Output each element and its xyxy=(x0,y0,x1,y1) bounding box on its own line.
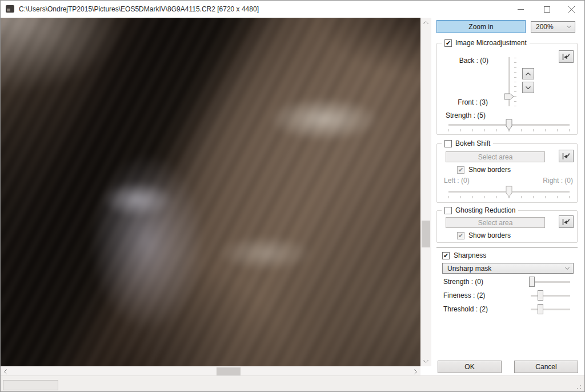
back-value-label: Back : (0) xyxy=(437,57,488,65)
sharpness-threshold-label: Threshold : (2) xyxy=(443,305,488,313)
maximize-icon xyxy=(544,6,550,13)
chevron-down-icon xyxy=(567,26,571,29)
sharpness-threshold-thumb[interactable] xyxy=(538,304,543,314)
zoom-level-select[interactable]: 200% xyxy=(531,21,575,33)
photo-bark-texture xyxy=(1,18,420,366)
chevron-right-icon xyxy=(414,369,417,374)
resize-grip[interactable] xyxy=(574,382,583,391)
ok-label: OK xyxy=(464,363,474,371)
select-area-label: Select area xyxy=(478,219,513,227)
ghosting-reduction-group: Ghosting Reduction Select area ✔ Show bo… xyxy=(436,210,578,243)
front-value-label: Front : (3) xyxy=(437,98,488,106)
dual-pixel-raw-optimizer-window: C:\Users\OndrejTP2015\Pictures\EOS5DMark… xyxy=(0,0,585,392)
image-microadjustment-group: ✔ Image Microadjustment Back : (0) xyxy=(436,43,578,135)
sharpness-fineness-slider[interactable] xyxy=(531,295,570,297)
chevron-down-icon xyxy=(526,86,531,89)
front-back-slider-thumb[interactable] xyxy=(504,93,514,100)
maximize-button[interactable] xyxy=(537,1,556,18)
microadjustment-strength-thumb[interactable] xyxy=(506,119,512,130)
adjust-up-button[interactable] xyxy=(522,68,534,79)
adjustment-panel: Zoom in 200% ✔ Image Microadjustment Bac… xyxy=(431,18,585,375)
chevron-up-icon xyxy=(423,21,428,24)
bokeh-show-borders-label: Show borders xyxy=(468,166,511,174)
vertical-scrollbar[interactable] xyxy=(420,18,431,366)
reset-icon xyxy=(562,153,571,160)
ghosting-show-borders-label: Show borders xyxy=(468,231,511,239)
scroll-down-button[interactable] xyxy=(420,357,431,366)
ghosting-reduction-label: Ghosting Reduction xyxy=(455,206,515,214)
adjust-down-button[interactable] xyxy=(522,82,534,93)
chevron-down-icon xyxy=(423,360,428,363)
zoom-level-value: 200% xyxy=(536,23,554,31)
app-icon xyxy=(6,5,14,13)
sharpness-label: Sharpness xyxy=(454,251,486,259)
reset-icon xyxy=(562,218,571,226)
close-icon xyxy=(568,6,575,13)
bokeh-reset-button[interactable] xyxy=(559,150,574,162)
close-button[interactable] xyxy=(562,1,581,18)
titlebar: C:\Users\OndrejTP2015\Pictures\EOS5DMark… xyxy=(1,1,584,18)
status-bar xyxy=(1,375,584,392)
ghosting-reset-button[interactable] xyxy=(559,215,574,228)
sharpness-strength-label: Strength : (0) xyxy=(443,278,483,286)
bokeh-shift-group: Bokeh Shift Select area ✔ Show borders L… xyxy=(436,143,578,203)
chevron-down-icon xyxy=(565,267,570,270)
bokeh-right-label: Right : (0) xyxy=(543,177,573,185)
sharpness-fineness-label: Fineness : (2) xyxy=(443,291,485,299)
ghosting-show-borders-checkbox[interactable]: ✔ xyxy=(457,232,464,239)
ghosting-reduction-checkbox[interactable] xyxy=(444,207,452,214)
bokeh-shift-thumb[interactable] xyxy=(506,186,512,197)
chevron-up-icon xyxy=(526,73,531,75)
scroll-up-button[interactable] xyxy=(420,18,431,27)
strength-value-label: Strength : (5) xyxy=(446,111,486,119)
ghosting-select-area-button[interactable]: Select area xyxy=(446,217,545,228)
bokeh-shift-checkbox[interactable] xyxy=(444,140,452,147)
horizontal-scroll-thumb[interactable] xyxy=(217,367,241,375)
bokeh-select-area-button[interactable]: Select area xyxy=(446,151,545,162)
minimize-icon xyxy=(518,6,524,13)
ok-button[interactable]: OK xyxy=(438,361,502,373)
reset-icon xyxy=(562,53,571,61)
chevron-left-icon xyxy=(4,369,7,374)
sharpness-checkbox[interactable]: ✔ xyxy=(442,252,450,259)
minimize-button[interactable] xyxy=(511,1,530,18)
select-area-label: Select area xyxy=(478,153,513,161)
image-preview[interactable] xyxy=(1,18,420,366)
sharpness-fineness-thumb[interactable] xyxy=(538,290,543,301)
window-title: C:\Users\OndrejTP2015\Pictures\EOS5DMark… xyxy=(19,5,259,13)
bokeh-shift-label: Bokeh Shift xyxy=(455,139,490,147)
microadjustment-reset-button[interactable] xyxy=(559,50,574,63)
image-microadjustment-label: Image Microadjustment xyxy=(455,39,527,47)
bokeh-show-borders-checkbox[interactable]: ✔ xyxy=(457,166,464,174)
sharpness-strength-slider[interactable] xyxy=(531,281,570,283)
vertical-scroll-thumb[interactable] xyxy=(422,221,430,247)
image-microadjustment-checkbox[interactable]: ✔ xyxy=(444,39,452,47)
cancel-label: Cancel xyxy=(535,363,556,371)
sharpness-strength-thumb[interactable] xyxy=(529,277,535,287)
front-back-slider-ticks xyxy=(514,58,516,106)
zoom-in-label: Zoom in xyxy=(468,23,493,31)
zoom-in-button[interactable]: Zoom in xyxy=(436,20,526,33)
progress-indicator xyxy=(3,380,58,390)
sharpness-method-value: Unsharp mask xyxy=(447,265,491,273)
section-divider xyxy=(436,247,578,248)
bokeh-left-label: Left : (0) xyxy=(444,177,470,185)
sharpness-method-select[interactable]: Unsharp mask xyxy=(442,263,574,274)
sharpness-threshold-slider[interactable] xyxy=(531,309,570,310)
cancel-button[interactable]: Cancel xyxy=(514,361,578,373)
